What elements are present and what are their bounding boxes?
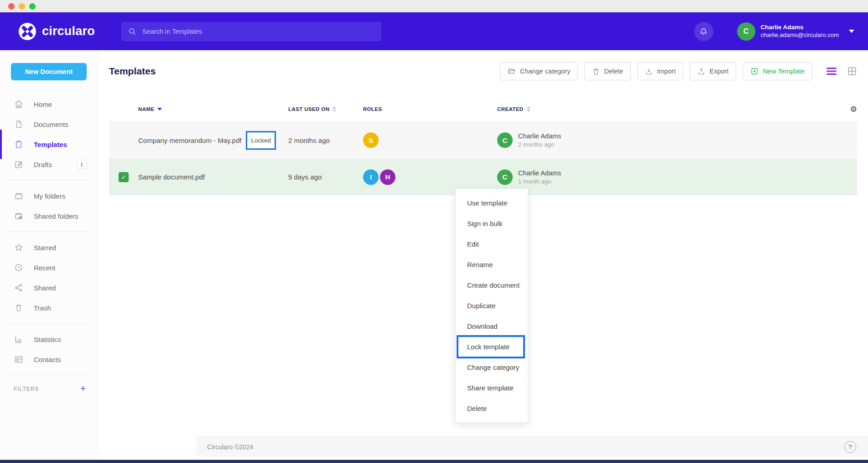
- import-button[interactable]: Import: [637, 62, 683, 80]
- user-menu-caret-icon[interactable]: [849, 30, 854, 33]
- share-icon: [14, 283, 24, 292]
- sidebar-item-label: Contacts: [34, 356, 61, 363]
- sort-desc-icon: [157, 108, 162, 110]
- menu-item-change-category[interactable]: Change category: [456, 357, 528, 378]
- delete-label: Delete: [604, 68, 623, 75]
- row-checkbox-checked[interactable]: ✓: [119, 172, 129, 182]
- menu-item-edit[interactable]: Edit: [456, 234, 528, 254]
- table-settings-icon[interactable]: ⚙: [850, 105, 857, 114]
- drafts-icon: [14, 160, 24, 169]
- sidebar-divider: [7, 375, 90, 375]
- menu-item-create-document[interactable]: Create document: [456, 275, 528, 295]
- document-icon: [14, 120, 24, 129]
- role-avatar[interactable]: I: [363, 169, 379, 185]
- sidebar-item-contacts[interactable]: Contacts: [0, 349, 98, 369]
- export-button[interactable]: Export: [690, 62, 736, 80]
- window-close-button[interactable]: [8, 3, 15, 10]
- notifications-button[interactable]: [694, 22, 713, 41]
- folder-icon: [14, 191, 24, 200]
- user-email: charlie.adams@circularo.com: [761, 32, 839, 39]
- sidebar-item-starred[interactable]: Starred: [0, 237, 98, 258]
- import-icon: [645, 68, 653, 75]
- sidebar-item-recent[interactable]: Recent: [0, 258, 98, 278]
- table-row[interactable]: Company memorandum - May.pdf Locked 2 mo…: [109, 121, 857, 158]
- created-when: 1 month ago: [518, 178, 561, 185]
- sort-icon: [527, 106, 530, 112]
- help-icon[interactable]: ?: [844, 441, 856, 453]
- last-used-value: 5 days ago: [288, 173, 363, 181]
- sort-icon: [333, 106, 336, 112]
- sidebar-item-label: Starred: [34, 244, 56, 252]
- new-template-button[interactable]: New Template: [743, 62, 812, 80]
- search-input[interactable]: [142, 28, 375, 35]
- brand-logo[interactable]: circularo: [18, 22, 95, 41]
- menu-item-use-template[interactable]: Use template: [456, 193, 528, 213]
- menu-item-duplicate[interactable]: Duplicate: [456, 295, 528, 316]
- sidebar-item-documents[interactable]: Documents: [0, 114, 98, 134]
- window-bottom-edge: [0, 460, 868, 463]
- creator-avatar[interactable]: C: [497, 132, 513, 148]
- sidebar-item-shared[interactable]: Shared: [0, 278, 98, 298]
- plus-square-icon: [750, 67, 759, 75]
- change-category-button[interactable]: Change category: [500, 62, 578, 80]
- list-view-toggle[interactable]: [826, 67, 837, 75]
- menu-item-rename[interactable]: Rename: [456, 254, 528, 275]
- sidebar-nav: Home Documents Templates Drafts 1: [0, 94, 98, 369]
- sidebar-item-shared-folders[interactable]: Shared folders: [0, 206, 98, 226]
- sidebar-divider: [7, 232, 90, 232]
- sidebar-item-my-folders[interactable]: My folders: [0, 186, 98, 206]
- sidebar-item-label: Shared: [34, 284, 56, 292]
- menu-item-sign-in-bulk[interactable]: Sign in bulk: [456, 213, 528, 234]
- sidebar: New Document Home Documents Templates: [0, 50, 98, 460]
- list-view-icon: [826, 67, 837, 75]
- menu-item-lock-template[interactable]: Lock template: [456, 337, 528, 357]
- menu-item-download[interactable]: Download: [456, 316, 528, 337]
- sidebar-item-label: Documents: [34, 121, 68, 128]
- export-label: Export: [709, 68, 728, 75]
- sidebar-item-label: Home: [34, 100, 52, 108]
- sidebar-item-statistics[interactable]: Statistics: [0, 329, 98, 349]
- role-avatar[interactable]: S: [363, 132, 379, 148]
- sidebar-item-label: Recent: [34, 264, 56, 272]
- add-filter-button[interactable]: +: [80, 384, 86, 394]
- menu-item-delete[interactable]: Delete: [456, 398, 528, 419]
- sidebar-item-label: Drafts: [34, 161, 52, 168]
- home-icon: [14, 100, 24, 109]
- copyright-text: Circularo ©2024: [207, 443, 253, 451]
- window-titlebar: [0, 0, 868, 12]
- sidebar-item-label: Templates: [34, 141, 67, 148]
- role-avatar[interactable]: H: [380, 169, 395, 185]
- column-header-name[interactable]: NAME: [138, 106, 288, 112]
- trash-icon: [592, 68, 600, 75]
- clock-icon: [14, 263, 24, 272]
- sidebar-item-drafts[interactable]: Drafts 1: [0, 154, 98, 174]
- shared-folder-icon: [14, 211, 24, 221]
- delete-button[interactable]: Delete: [584, 62, 631, 80]
- user-avatar[interactable]: C: [737, 22, 755, 41]
- sidebar-item-templates[interactable]: Templates: [0, 134, 98, 154]
- creator-name: Charlie Adams: [518, 132, 561, 140]
- folder-icon: [508, 67, 516, 75]
- menu-item-share-template[interactable]: Share template: [456, 378, 528, 398]
- filters-section: FILTERS +: [0, 384, 98, 394]
- sidebar-item-label: Shared folders: [34, 212, 78, 220]
- sidebar-item-home[interactable]: Home: [0, 94, 98, 114]
- template-name[interactable]: Sample document.pdf: [138, 173, 205, 181]
- page-title: Templates: [109, 66, 156, 77]
- grid-view-toggle[interactable]: [847, 66, 857, 76]
- creator-name: Charlie Adams: [518, 169, 561, 177]
- column-header-last-used[interactable]: LAST USED ON: [288, 106, 363, 112]
- sidebar-divider: [7, 180, 90, 180]
- window-minimize-button[interactable]: [19, 3, 25, 10]
- sidebar-item-trash[interactable]: Trash: [0, 298, 98, 318]
- last-used-value: 2 months ago: [288, 137, 363, 144]
- template-icon: [14, 140, 24, 149]
- search-box[interactable]: [121, 22, 381, 41]
- creator-avatar[interactable]: C: [497, 169, 513, 185]
- column-header-created[interactable]: CREATED: [497, 106, 839, 112]
- footer: Circularo ©2024 ?: [196, 437, 868, 457]
- template-name[interactable]: Company memorandum - May.pdf: [138, 137, 241, 144]
- window-zoom-button[interactable]: [29, 3, 36, 10]
- new-document-button[interactable]: New Document: [11, 63, 87, 80]
- user-meta: Charlie Adams charlie.adams@circularo.co…: [761, 24, 839, 39]
